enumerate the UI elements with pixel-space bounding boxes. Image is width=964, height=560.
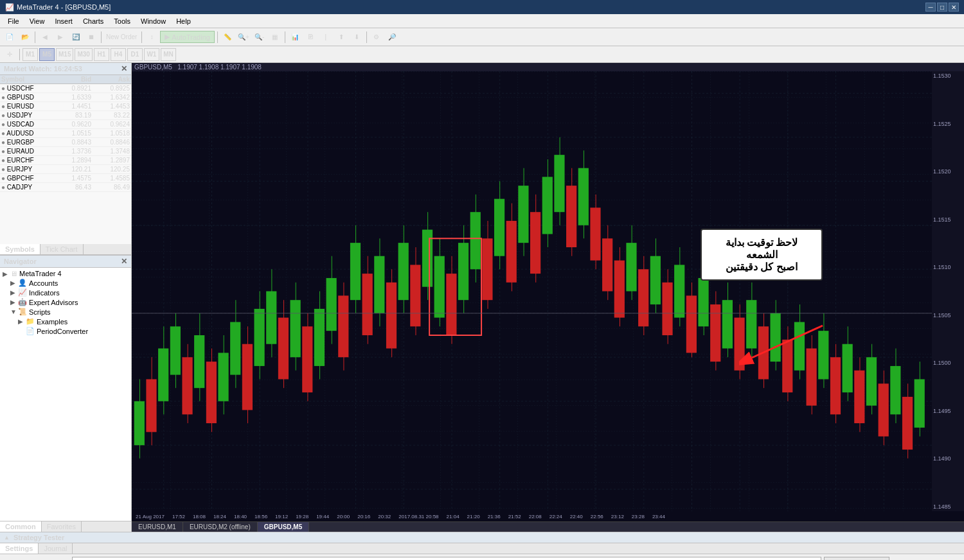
menu-file[interactable]: File bbox=[3, 16, 24, 26]
nav-tab-favorites[interactable]: Favorites bbox=[42, 521, 82, 532]
market-watch-row[interactable]: ● EURUSD1.44511.4453 bbox=[0, 102, 131, 111]
zoom-in[interactable]: 🔍+ bbox=[236, 30, 251, 44]
price-label-5: 1.1510 bbox=[933, 264, 963, 270]
tab-symbols[interactable]: Symbols bbox=[0, 244, 40, 254]
period-m30[interactable]: M30 bbox=[75, 48, 92, 61]
minimize-button[interactable]: ─ bbox=[925, 3, 936, 12]
period-m1[interactable]: M1 bbox=[22, 48, 38, 61]
new-button[interactable]: 📄 bbox=[3, 30, 17, 44]
svg-rect-95 bbox=[530, 212, 540, 274]
navigator-close[interactable]: ✕ bbox=[121, 257, 127, 266]
close-button[interactable]: ✕ bbox=[949, 3, 959, 12]
indicators-btn[interactable]: 📊 bbox=[288, 30, 302, 44]
stop-button[interactable]: ⏹ bbox=[84, 30, 98, 44]
nav-expert-advisors[interactable]: ▶ 🤖 Expert Advisors bbox=[0, 297, 131, 307]
forward-button[interactable]: ▶ bbox=[53, 30, 67, 44]
script-file-icon: 📄 bbox=[26, 327, 35, 335]
menu-charts[interactable]: Charts bbox=[78, 16, 109, 26]
line-studies[interactable]: 📏 bbox=[220, 30, 235, 44]
period-m5[interactable]: M5 bbox=[39, 48, 55, 61]
svg-rect-117 bbox=[662, 283, 672, 335]
price-label-9: 1.1490 bbox=[933, 455, 963, 462]
svg-rect-45 bbox=[230, 322, 240, 374]
expert-properties-button[interactable]: Expert properties bbox=[824, 557, 889, 560]
svg-rect-63 bbox=[338, 295, 348, 357]
app-icon: 📈 bbox=[5, 3, 14, 12]
chart-view[interactable]: ▦ bbox=[268, 30, 282, 44]
settings-btn[interactable]: ⚙ bbox=[370, 30, 384, 44]
open-button[interactable]: 📂 bbox=[18, 30, 32, 44]
menu-help[interactable]: Help bbox=[171, 16, 196, 26]
menu-tools[interactable]: Tools bbox=[109, 16, 136, 26]
period-sep-btn[interactable]: | bbox=[319, 30, 333, 44]
tab-tick-chart[interactable]: Tick Chart bbox=[40, 244, 84, 254]
market-watch-row[interactable]: ● EURCHF1.28941.2897 bbox=[0, 156, 131, 165]
nav-indicators-label: Indicators bbox=[29, 289, 60, 297]
st-tab-settings[interactable]: Settings bbox=[0, 543, 39, 554]
nav-examples[interactable]: ▶ 📁 Examples bbox=[0, 317, 131, 326]
svg-rect-65 bbox=[350, 243, 361, 300]
up-btn[interactable]: ⬆ bbox=[334, 30, 348, 44]
menu-view[interactable]: View bbox=[24, 16, 50, 26]
crosshair-btn[interactable]: ✛ bbox=[3, 48, 17, 62]
time-label-7: 19:12 bbox=[275, 514, 288, 520]
svg-rect-151 bbox=[866, 357, 877, 405]
chart-arrow[interactable]: ↕ bbox=[145, 30, 159, 44]
chart-tab-gbpusd-m5[interactable]: GBPUSD,M5 bbox=[258, 522, 309, 532]
market-watch-row[interactable]: ● EURAUD1.37361.3748 bbox=[0, 147, 131, 156]
autotrading-button[interactable]: ▶ AutoTrading bbox=[160, 31, 215, 43]
ea-select[interactable]: 2 MA Crosses Mega filter EA V1.ex4 bbox=[72, 557, 821, 560]
back-button[interactable]: ◀ bbox=[38, 30, 52, 44]
market-watch-row[interactable]: ● GBPUSD1.63391.6342 bbox=[0, 93, 131, 102]
period-h4[interactable]: H4 bbox=[111, 48, 126, 61]
refresh-button[interactable]: 🔄 bbox=[69, 30, 83, 44]
period-m15[interactable]: M15 bbox=[56, 48, 73, 61]
market-watch-tabs: Symbols Tick Chart bbox=[0, 244, 131, 255]
menu-window[interactable]: Window bbox=[136, 16, 171, 26]
nav-indicators[interactable]: ▶ 📈 Indicators bbox=[0, 288, 131, 297]
maximize-button[interactable]: □ bbox=[937, 3, 947, 12]
annotation-box: لاحظ توقيت بداية الشمعه اصبح كل دقيقتين bbox=[701, 229, 823, 281]
sep3 bbox=[141, 31, 142, 43]
nav-scripts[interactable]: ▼ 📜 Scripts bbox=[0, 307, 131, 317]
market-watch-row[interactable]: ● AUDUSD1.05151.0518 bbox=[0, 129, 131, 138]
market-watch-row[interactable]: ● CADJPY86.4386.49 bbox=[0, 183, 131, 192]
title-bar-controls[interactable]: ─ □ ✕ bbox=[925, 3, 959, 12]
time-label-22: 23:12 bbox=[611, 514, 624, 520]
time-label-5: 18:40 bbox=[234, 514, 247, 520]
period-h1[interactable]: H1 bbox=[94, 48, 109, 61]
price-labels: 1.1530 1.1525 1.1520 1.1515 1.1510 1.150… bbox=[932, 71, 964, 511]
chart-tab-eurusd-m2[interactable]: EURUSD,M2 (offline) bbox=[183, 522, 258, 532]
market-watch-row[interactable]: ● EURJPY120.21120.25 bbox=[0, 165, 131, 174]
svg-rect-123 bbox=[698, 278, 708, 326]
navigator-title: Navigator bbox=[4, 258, 37, 265]
price-label-10: 1.1485 bbox=[933, 503, 963, 510]
nav-metatrader4[interactable]: ▶ 🖥 MetaTrader 4 bbox=[0, 269, 131, 278]
market-watch-row[interactable]: ● USDJPY83.1983.22 bbox=[0, 111, 131, 120]
search-btn[interactable]: 🔎 bbox=[385, 30, 399, 44]
period-mn[interactable]: MN bbox=[161, 48, 176, 61]
zoom-out[interactable]: 🔍- bbox=[253, 30, 267, 44]
down-btn[interactable]: ⬇ bbox=[350, 30, 364, 44]
nav-scripts-label: Scripts bbox=[29, 308, 51, 316]
col-bid: Bid bbox=[53, 76, 91, 83]
st-content: Expert Advisor: 2 MA Crosses Mega filter… bbox=[0, 554, 964, 560]
market-watch-row[interactable]: ● GBPCHF1.45751.4585 bbox=[0, 174, 131, 183]
st-tab-journal[interactable]: Journal bbox=[39, 543, 73, 554]
market-watch-row[interactable]: ● USDCHF0.89210.8925 bbox=[0, 84, 131, 93]
chart-tab-eurusd-m1[interactable]: EURUSD,M1 bbox=[132, 522, 183, 532]
market-watch-row[interactable]: ● USDCAD0.96200.9624 bbox=[0, 120, 131, 129]
nav-tab-common[interactable]: Common bbox=[0, 521, 42, 532]
menu-insert[interactable]: Insert bbox=[49, 16, 78, 26]
market-watch-row[interactable]: ● EURGBP0.88430.8846 bbox=[0, 138, 131, 147]
nav-period-converter[interactable]: 📄 PeriodConverter bbox=[0, 326, 131, 336]
period-d1[interactable]: D1 bbox=[127, 48, 143, 61]
template-btn[interactable]: 🖹 bbox=[303, 30, 317, 44]
chart-main[interactable]: 1.1530 1.1525 1.1520 1.1515 1.1510 1.150… bbox=[132, 71, 964, 521]
nav-accounts[interactable]: ▶ 👤 Accounts bbox=[0, 278, 131, 288]
period-w1[interactable]: W1 bbox=[144, 48, 159, 61]
new-order-button[interactable]: New Order bbox=[104, 30, 139, 44]
market-watch-close[interactable]: ✕ bbox=[121, 64, 127, 73]
st-arrow-icon[interactable]: ▲ bbox=[4, 534, 10, 541]
expand-icon-sc: ▼ bbox=[10, 308, 18, 315]
